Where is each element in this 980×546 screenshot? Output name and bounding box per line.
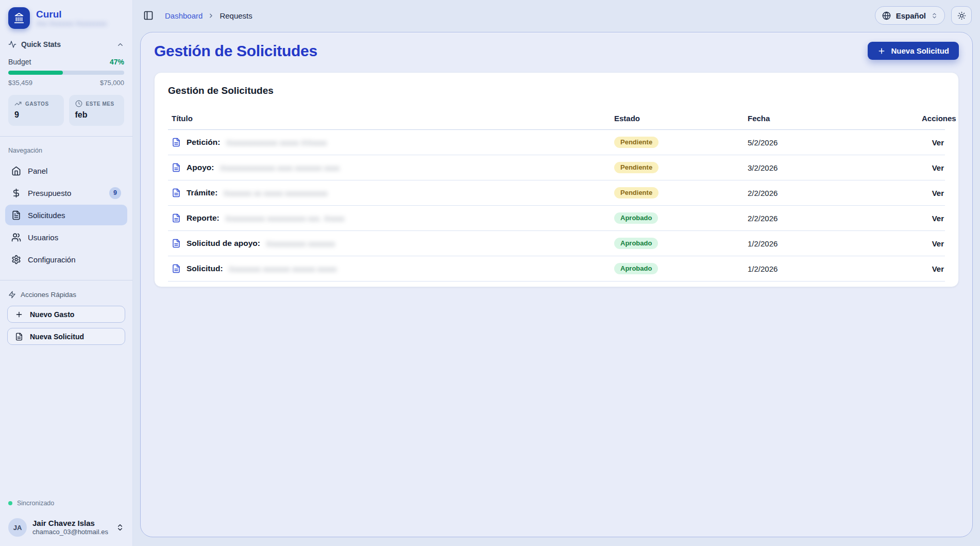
table-row: Solicitud de apoyo: Xxxxxxxxxx xxxxxxx A… — [168, 231, 945, 256]
sidebar-item-presupuesto[interactable]: Presupuesto 9 — [5, 183, 127, 203]
request-title-blurred: Xxxxxxxxxxxxx xxxxx XXxxxx — [226, 138, 327, 147]
nav-section-label: Navegación — [0, 147, 132, 154]
budget-percent: 47% — [110, 58, 124, 66]
request-title-blurred: Xxxxxxx xx xxxxx xxxxxxxxxxx — [223, 189, 328, 197]
status-badge: Aprobado — [614, 212, 658, 224]
sidebar-item-solicitudes[interactable]: Solicitudes — [5, 205, 127, 225]
sidebar-item-usuarios[interactable]: Usuarios — [5, 227, 127, 247]
button-label: Nueva Solicitud — [30, 333, 84, 341]
sidebar-toggle-button[interactable] — [141, 8, 156, 23]
file-text-icon — [172, 264, 181, 273]
breadcrumb-dashboard-link[interactable]: Dashboard — [165, 11, 202, 20]
ver-action-link[interactable]: Ver — [922, 138, 945, 147]
chevrons-up-down-icon — [931, 12, 938, 19]
sidebar-item-label: Usuarios — [28, 233, 121, 242]
brand-subtitle-blurred: Xxx Xxxxxxx Xxxxxxxxx — [36, 20, 107, 27]
status-badge: Aprobado — [614, 263, 658, 274]
table-row: Apoyo: Xxxxxxxxxxxxxx xxxx xxxxxxx xxxx … — [168, 155, 945, 180]
request-title-blurred: Xxxxxxxx xxxxxxx xxxxxx xxxxx — [229, 264, 337, 273]
sync-status-dot — [8, 501, 12, 505]
stat-card-value: feb — [75, 110, 119, 120]
sidebar-item-configuracion[interactable]: Configuración — [5, 249, 127, 270]
content-panel: Gestión de Solicitudes Nueva Solicitud G… — [140, 32, 973, 537]
sidebar-item-label: Presupuesto — [28, 189, 103, 197]
column-header-titulo: Título — [168, 114, 614, 123]
file-text-icon — [172, 188, 181, 197]
dollar-icon — [11, 188, 21, 198]
nueva-solicitud-sidebar-button[interactable]: Nueva Solicitud — [7, 328, 125, 345]
file-text-icon — [172, 213, 181, 223]
breadcrumb: Dashboard Requests — [165, 11, 252, 20]
column-header-acciones: Acciones — [922, 114, 957, 123]
sidebar-divider — [0, 280, 132, 280]
button-label: Nueva Solicitud — [891, 46, 949, 55]
request-title-blurred: Xxxxxxxxxxxxxx xxxx xxxxxxx xxxx — [219, 163, 340, 172]
stat-card-value: 9 — [14, 110, 58, 120]
table-row: Solicitud: Xxxxxxxx xxxxxxx xxxxxx xxxxx… — [168, 256, 945, 282]
status-badge: Pendiente — [614, 137, 658, 148]
card-title: Gestión de Solicitudes — [168, 85, 945, 96]
column-header-fecha: Fecha — [748, 114, 922, 123]
sidebar-item-label: Solicitudes — [28, 211, 121, 220]
globe-icon — [882, 11, 891, 20]
theme-toggle-button[interactable] — [951, 6, 972, 25]
column-header-estado: Estado — [614, 114, 748, 123]
budget-total: $75,000 — [100, 79, 124, 87]
file-text-icon — [172, 138, 181, 147]
stat-card-label: GASTOS — [25, 101, 49, 107]
status-badge: Aprobado — [614, 238, 658, 249]
request-title-label: Trámite: — [187, 188, 217, 197]
app-logo — [8, 7, 30, 29]
topbar: Dashboard Requests Español — [133, 0, 980, 31]
request-title-blurred: Xxxxxxxxxx xxxxxxx — [266, 239, 335, 248]
request-date: 2/2/2026 — [748, 189, 922, 197]
ver-action-link[interactable]: Ver — [922, 163, 945, 172]
budget-spent: $35,459 — [8, 79, 32, 87]
file-text-icon — [11, 210, 21, 220]
gear-icon — [11, 255, 21, 264]
status-badge: Pendiente — [614, 187, 658, 198]
panel-left-icon — [143, 10, 154, 21]
main-area: Dashboard Requests Español — [133, 0, 980, 546]
clock-icon — [75, 100, 82, 107]
stat-card-este-mes: ESTE MES feb — [69, 95, 125, 126]
activity-icon — [8, 40, 16, 48]
nuevo-gasto-button[interactable]: Nuevo Gasto — [7, 306, 125, 323]
request-date: 5/2/2026 — [748, 138, 922, 147]
request-title-label: Solicitud de apoyo: — [187, 239, 260, 248]
requests-card: Gestión de Solicitudes Título Estado Fec… — [154, 72, 959, 287]
ver-action-link[interactable]: Ver — [922, 264, 945, 273]
sidebar-divider — [0, 136, 132, 137]
sun-icon — [957, 11, 966, 20]
table-row: Trámite: Xxxxxxx xx xxxxx xxxxxxxxxxx Pe… — [168, 180, 945, 206]
table-header: Título Estado Fecha Acciones — [168, 114, 945, 130]
breadcrumb-current: Requests — [219, 11, 252, 20]
request-title-label: Reporte: — [187, 213, 219, 223]
sidebar: Curul Xxx Xxxxxxx Xxxxxxxxx Quick Stats … — [0, 0, 133, 546]
sidebar-item-panel[interactable]: Panel — [5, 160, 127, 181]
status-badge: Pendiente — [614, 162, 658, 173]
sidebar-item-label: Panel — [28, 167, 121, 175]
landmark-icon — [13, 12, 25, 24]
presupuesto-count-badge: 9 — [109, 187, 121, 199]
button-label: Nuevo Gasto — [30, 310, 74, 319]
nueva-solicitud-button[interactable]: Nueva Solicitud — [868, 42, 959, 60]
user-name: Jair Chavez Islas — [32, 519, 110, 528]
plus-icon — [877, 47, 886, 55]
chevrons-up-down-icon — [116, 523, 124, 532]
quick-stats-section: Quick Stats Budget 47% $35,459 $75,000 G… — [0, 40, 132, 126]
trending-up-icon — [14, 100, 22, 107]
language-selector[interactable]: Español — [875, 6, 945, 25]
ver-action-link[interactable]: Ver — [922, 189, 945, 197]
user-menu[interactable]: JA Jair Chavez Islas chamaco_03@hotmail.… — [8, 518, 124, 537]
request-title-blurred: Xxxxxxxxxx xxxxxxxxxx xxx. Xxxxx — [225, 214, 345, 223]
request-title-label: Apoyo: — [187, 163, 214, 172]
home-icon — [11, 166, 21, 176]
brand-name: Curul — [36, 9, 107, 20]
request-date: 1/2/2026 — [748, 239, 922, 248]
sidebar-nav: Panel Presupuesto 9 Solicitudes Usuarios — [0, 160, 132, 270]
ver-action-link[interactable]: Ver — [922, 239, 945, 248]
chevron-right-icon — [208, 12, 214, 19]
chevron-up-icon[interactable] — [116, 41, 124, 48]
ver-action-link[interactable]: Ver — [922, 214, 945, 223]
